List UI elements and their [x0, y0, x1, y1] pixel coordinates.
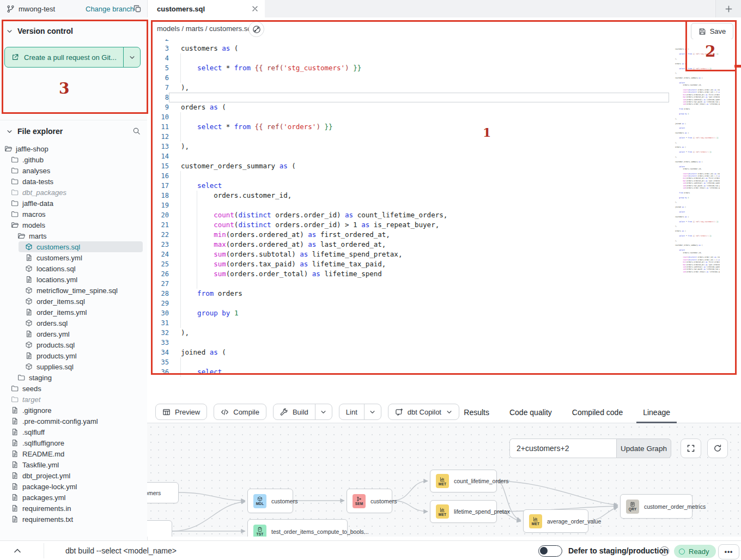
- file-tree-item[interactable]: order_items.sql: [0, 296, 147, 307]
- code-line[interactable]: 31: [147, 318, 741, 328]
- code-line[interactable]: 20 count(distinct orders.order_id) as co…: [147, 210, 741, 220]
- version-control-header[interactable]: Version control: [0, 24, 147, 38]
- file-tree-item[interactable]: Taskfile.yml: [0, 459, 147, 470]
- file-tree-item[interactable]: requirements.in: [0, 503, 147, 514]
- lineage-node[interactable]: TSTtest_order_items_compute_to_bools...: [247, 519, 348, 537]
- file-tree-item[interactable]: metricflow_time_spine.sql: [0, 285, 147, 296]
- code-line[interactable]: 36 select: [147, 367, 741, 377]
- code-line[interactable]: 13),: [147, 142, 741, 151]
- code-line[interactable]: 11 select * from {{ ref('orders') }}: [147, 122, 741, 132]
- code-line[interactable]: 14: [147, 151, 741, 161]
- file-tree-item[interactable]: .gitignore: [0, 405, 147, 416]
- code-line[interactable]: 7),: [147, 83, 741, 93]
- file-tree-item[interactable]: .pre-commit-config.yaml: [0, 416, 147, 427]
- code-line[interactable]: 32),: [147, 328, 741, 338]
- file-tree-item[interactable]: products.sql: [0, 339, 147, 350]
- new-tab-button[interactable]: [715, 0, 741, 17]
- code-line[interactable]: 5 select * from {{ ref('stg_customers') …: [147, 63, 741, 73]
- preview-button[interactable]: Preview: [155, 404, 207, 420]
- file-tree-item[interactable]: data-tests: [0, 176, 147, 187]
- split-dropdown[interactable]: [315, 404, 332, 419]
- file-tree-item[interactable]: dbt_packages: [0, 187, 147, 198]
- file-tree-item[interactable]: orders.sql: [0, 318, 147, 328]
- file-tree-item[interactable]: customers.yml: [0, 252, 147, 263]
- copilot-assist-button[interactable]: [248, 21, 264, 37]
- close-icon[interactable]: [251, 4, 259, 13]
- lineage-node[interactable]: stg_customers: [147, 482, 179, 503]
- change-branch-link[interactable]: Change branch: [86, 0, 134, 17]
- search-icon[interactable]: [132, 127, 141, 135]
- dbt-copilot-button[interactable]: dbt Copilot: [388, 404, 459, 420]
- code-line[interactable]: 9orders as (: [147, 102, 741, 112]
- code-line[interactable]: 15customer_orders_summary as (: [147, 161, 741, 171]
- tab-code-quality[interactable]: Code quality: [509, 401, 552, 423]
- file-tree-item[interactable]: macros: [0, 209, 147, 220]
- code-line[interactable]: 16: [147, 171, 741, 181]
- lineage-selector-input[interactable]: [509, 439, 616, 458]
- chevron-up-icon[interactable]: [13, 546, 22, 555]
- code-editor[interactable]: 23customers as (45 select * from {{ ref(…: [147, 39, 741, 379]
- build-button[interactable]: Build: [273, 404, 332, 420]
- more-options-button[interactable]: •••: [718, 544, 739, 559]
- file-tree-item[interactable]: customers.sql: [0, 241, 147, 252]
- lint-button[interactable]: Lint: [339, 404, 381, 420]
- file-tree-item[interactable]: products.yml: [0, 350, 147, 361]
- file-tree-item[interactable]: .sqlfluffignore: [0, 437, 147, 448]
- tab-customers-sql[interactable]: customers.sql: [147, 0, 265, 17]
- defer-toggle[interactable]: [538, 545, 562, 557]
- lineage-node[interactable]: METaverage_order_value: [523, 509, 588, 533]
- code-line[interactable]: 28 from orders: [147, 289, 741, 299]
- code-line[interactable]: 35: [147, 357, 741, 367]
- code-line[interactable]: 33: [147, 338, 741, 348]
- file-tree-item[interactable]: .sqlfluff: [0, 427, 147, 437]
- code-line[interactable]: 2: [147, 39, 741, 44]
- code-line[interactable]: 24 sum(orders.subtotal) as lifetime_spen…: [147, 249, 741, 259]
- file-tree-item[interactable]: seeds: [0, 383, 147, 394]
- copy-icon[interactable]: [133, 4, 142, 13]
- code-line[interactable]: 6: [147, 73, 741, 83]
- code-line[interactable]: 29: [147, 299, 741, 308]
- lineage-node[interactable]: MDLcustomers: [247, 489, 293, 513]
- file-tree-item[interactable]: models: [0, 220, 147, 230]
- command-hint[interactable]: dbt build --select <model_name>: [65, 541, 177, 560]
- file-tree-item[interactable]: analyses: [0, 165, 147, 176]
- code-line[interactable]: 19: [147, 200, 741, 210]
- file-tree-item[interactable]: package-lock.yml: [0, 481, 147, 492]
- create-pull-request-button[interactable]: Create a pull request on Git...: [4, 47, 141, 68]
- file-tree-item[interactable]: locations.yml: [0, 274, 147, 285]
- file-tree-item[interactable]: jaffle-shop: [0, 143, 147, 154]
- branch-selector[interactable]: mwong-test: [7, 0, 55, 17]
- lineage-node[interactable]: QRYcustomer_order_metrics: [620, 494, 693, 519]
- code-line[interactable]: 25 sum(orders.tax_paid) as lifetime_tax_…: [147, 259, 741, 269]
- file-tree-item[interactable]: order_items.yml: [0, 307, 147, 318]
- file-tree-item[interactable]: locations.sql: [0, 263, 147, 274]
- code-line[interactable]: 27: [147, 279, 741, 289]
- help-icon[interactable]: ?: [660, 546, 669, 556]
- split-dropdown[interactable]: [364, 404, 381, 419]
- tab-lineage[interactable]: Lineage: [643, 401, 670, 423]
- code-line[interactable]: 22 min(orders.ordered_at) as first_order…: [147, 230, 741, 240]
- lineage-node[interactable]: METlifetime_spend_pretax: [430, 500, 497, 523]
- code-line[interactable]: 21 count(distinct orders.order_id) > 1 a…: [147, 220, 741, 230]
- code-line[interactable]: 26 sum(orders.order_total) as lifetime_s…: [147, 269, 741, 279]
- file-tree-item[interactable]: packages.yml: [0, 492, 147, 503]
- code-line[interactable]: 18 orders.customer_id,: [147, 191, 741, 200]
- code-line[interactable]: 17 select: [147, 181, 741, 191]
- tab-compiled-code[interactable]: Compiled code: [572, 401, 623, 423]
- lineage-node[interactable]: METcount_lifetime_orders: [430, 470, 497, 492]
- file-explorer-header[interactable]: File explorer: [0, 124, 147, 138]
- file-tree-item[interactable]: supplies.sql: [0, 361, 147, 372]
- file-tree-item[interactable]: target: [0, 394, 147, 405]
- code-line[interactable]: 23 max(orders.ordered_at) as last_ordere…: [147, 240, 741, 249]
- fullscreen-button[interactable]: [681, 439, 701, 458]
- code-line[interactable]: 30 group by 1: [147, 308, 741, 318]
- code-line[interactable]: 3customers as (: [147, 44, 741, 53]
- compile-button[interactable]: Compile: [214, 404, 266, 420]
- code-line[interactable]: 10: [147, 112, 741, 122]
- minimap[interactable]: 23customers as (45 select * from {{ ref(…: [673, 46, 720, 275]
- tab-results[interactable]: Results: [464, 401, 489, 423]
- file-tree-item[interactable]: staging: [0, 372, 147, 383]
- file-tree-item[interactable]: .github: [0, 154, 147, 165]
- pr-button-dropdown[interactable]: [124, 47, 140, 67]
- file-tree-item[interactable]: marts: [0, 230, 147, 241]
